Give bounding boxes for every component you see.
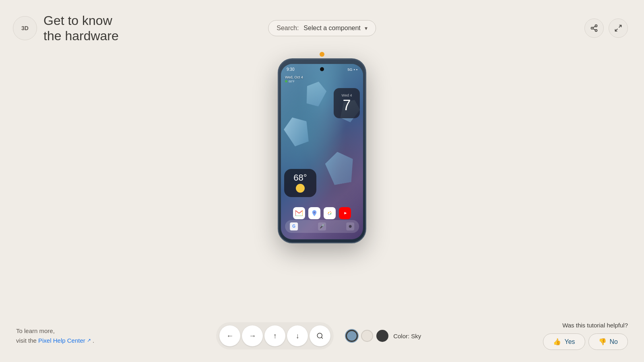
external-link-icon: ↗ <box>87 337 91 344</box>
signal-icon: 5G <box>348 68 353 72</box>
learn-more-text: To learn more, <box>16 327 55 334</box>
camera-punch-hole <box>320 67 324 71</box>
search-container[interactable]: Search: Select a component ▾ <box>268 20 376 36</box>
color-swatch-sky[interactable] <box>346 330 358 342</box>
no-button[interactable]: No <box>588 333 628 350</box>
power-button <box>365 114 366 134</box>
select-text: Select a component <box>303 25 360 32</box>
cal-day-number: 7 <box>343 98 351 113</box>
temp-text: 68°F <box>289 80 295 83</box>
color-swatch-obsidian[interactable] <box>376 330 388 342</box>
header: 3D Get to know the hardware Search: Sele… <box>0 0 644 44</box>
header-actions <box>584 19 628 38</box>
search-label: Search: <box>277 25 299 32</box>
svg-point-0 <box>595 25 597 27</box>
feedback-buttons: Yes No <box>543 333 628 350</box>
up-button[interactable]: ↑ <box>264 325 285 346</box>
feedback-section: Was this tutorial helpful? Yes No <box>543 322 628 350</box>
weather-temp: 68° <box>293 173 307 182</box>
bottom-section: To learn more, visit the Pixel Help Cent… <box>0 314 644 362</box>
date-widget: Wed, Oct 4 68°F <box>285 75 303 83</box>
visit-text: visit the <box>16 337 37 344</box>
phone-body: 9:30 5G ▪ ▪ Wed, Oct 4 <box>278 58 366 243</box>
header-left: 3D Get to know the hardware <box>13 13 119 44</box>
crystal-1 <box>281 113 313 148</box>
svg-point-10 <box>317 333 322 338</box>
nav-buttons-group: ← → ↑ ↓ <box>216 322 334 350</box>
chevron-down-icon: ▾ <box>365 25 367 31</box>
top-indicator <box>320 52 324 57</box>
logo-3d-label: 3D <box>21 25 29 31</box>
google-g-icon: G <box>290 222 298 230</box>
weather-widget: 68° <box>284 169 316 197</box>
svg-point-2 <box>595 30 597 32</box>
volume-up-button <box>278 105 279 117</box>
share-button[interactable] <box>584 19 604 38</box>
svg-line-3 <box>593 29 595 30</box>
status-time: 9:30 <box>287 67 294 72</box>
down-button[interactable]: ↓ <box>287 325 308 346</box>
svg-point-1 <box>591 27 593 29</box>
svg-line-6 <box>615 29 618 31</box>
svg-line-4 <box>593 27 595 28</box>
phone-wrapper: 9:30 5G ▪ ▪ Wed, Oct 4 <box>278 52 366 243</box>
pixel-help-link[interactable]: Pixel Help Center ↗ <box>38 336 91 346</box>
volume-down-button <box>278 129 279 141</box>
youtube-icon[interactable] <box>339 207 351 219</box>
search-bar: Search: Select a component ▾ <box>268 20 376 36</box>
photos-icon[interactable] <box>324 207 336 219</box>
battery-icon: ▪ <box>356 68 357 72</box>
sun-icon <box>296 184 305 193</box>
prev-button[interactable]: ← <box>219 325 240 346</box>
mic-icon: 🎤 <box>318 222 326 230</box>
yes-button[interactable]: Yes <box>543 333 585 350</box>
gmail-icon[interactable] <box>293 207 305 219</box>
phone-screen: 9:30 5G ▪ ▪ Wed, Oct 4 <box>281 64 363 239</box>
main-content: 9:30 5G ▪ ▪ Wed, Oct 4 <box>0 44 644 243</box>
search-zoom-button[interactable] <box>310 325 330 346</box>
svg-line-11 <box>322 337 323 338</box>
fullscreen-button[interactable] <box>609 19 628 38</box>
color-label: Color: Sky <box>393 333 421 339</box>
crystal-2 <box>303 79 328 108</box>
svg-line-5 <box>619 25 621 28</box>
page-title: Get to know the hardware <box>43 13 119 44</box>
thumbs-up-icon <box>553 338 561 346</box>
3d-logo-button[interactable]: 3D <box>13 16 37 40</box>
lens-icon: ⊕ <box>346 222 354 230</box>
temp-badge: 68°F <box>285 80 303 83</box>
status-icons: 5G ▪ ▪ <box>348 68 357 72</box>
feedback-question: Was this tutorial helpful? <box>562 322 628 329</box>
color-selector: Color: Sky <box>346 330 421 342</box>
navigation-controls: ← → ↑ ↓ Color: Sky <box>216 322 421 350</box>
phone-device[interactable]: 9:30 5G ▪ ▪ Wed, Oct 4 <box>278 58 366 243</box>
color-swatch-porcelain[interactable] <box>361 330 373 342</box>
wifi-icon: ▪ <box>354 68 355 72</box>
crystal-3 <box>324 149 357 186</box>
bottom-search-bar: G 🎤 ⊕ <box>285 220 359 233</box>
component-select[interactable]: Select a component ▾ <box>303 25 367 32</box>
maps-icon[interactable] <box>308 207 320 219</box>
thumbs-down-icon <box>599 338 607 346</box>
app-dock <box>293 207 351 219</box>
temp-dot <box>285 80 287 82</box>
help-text: To learn more, visit the Pixel Help Cent… <box>16 326 94 346</box>
color-swatches <box>346 330 388 342</box>
wallpaper: 9:30 5G ▪ ▪ Wed, Oct 4 <box>281 64 363 239</box>
calendar-widget: Wed 4 7 <box>334 88 360 118</box>
next-button[interactable]: → <box>242 325 263 346</box>
date-text: Wed, Oct 4 <box>285 75 303 79</box>
